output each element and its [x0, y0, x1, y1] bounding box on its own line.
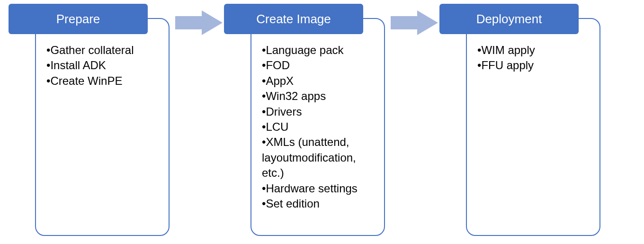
stage-prepare-list: Gather collateral Install ADK Create Win… [46, 43, 158, 89]
list-item: FOD [262, 58, 374, 73]
stage-deployment-header: Deployment [439, 4, 579, 34]
stage-prepare-body: Gather collateral Install ADK Create Win… [35, 18, 170, 236]
list-item: Win32 apps [262, 89, 374, 104]
list-item: XMLs (unattend, layoutmodification, etc.… [262, 135, 374, 181]
list-item: WIM apply [477, 43, 589, 58]
list-item: LCU [262, 119, 374, 135]
list-item: Hardware settings [262, 181, 374, 196]
list-item: Language pack [262, 43, 374, 58]
stage-create-image-header: Create Image [224, 4, 363, 34]
stage-create-image-list: Language pack FOD AppX Win32 apps Driver… [262, 43, 374, 211]
svg-marker-0 [175, 10, 223, 35]
stage-prepare-header: Prepare [9, 4, 148, 34]
svg-marker-1 [391, 10, 438, 35]
stage-deployment-body: WIM apply FFU apply [466, 18, 600, 236]
list-item: AppX [262, 73, 374, 89]
stage-create-image-body: Language pack FOD AppX Win32 apps Driver… [250, 18, 385, 236]
list-item: Create WinPE [46, 73, 158, 89]
arrow-icon [175, 10, 223, 35]
arrow-icon [391, 10, 438, 35]
list-item: FFU apply [477, 58, 589, 73]
diagram-canvas: Prepare Gather collateral Install ADK Cr… [0, 0, 644, 244]
list-item: Gather collateral [46, 43, 158, 58]
list-item: Drivers [262, 104, 374, 119]
list-item: Set edition [262, 196, 374, 211]
list-item: Install ADK [46, 58, 158, 73]
stage-deployment-list: WIM apply FFU apply [477, 43, 589, 73]
